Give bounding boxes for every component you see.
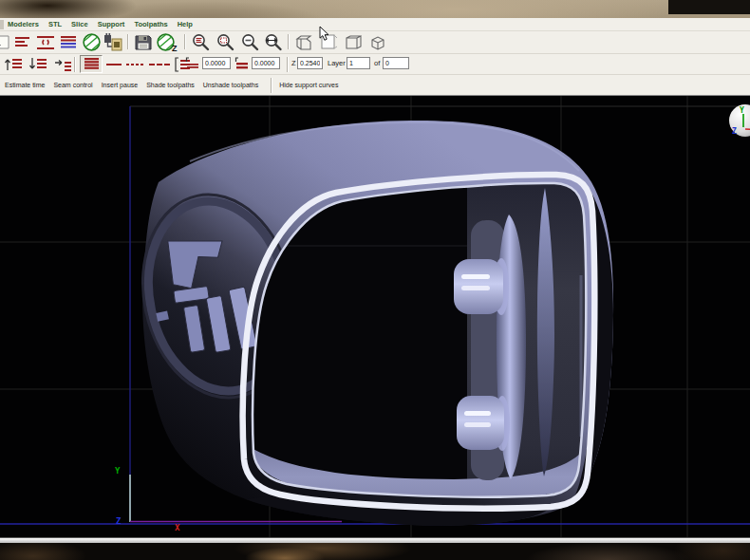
single-layer-button[interactable] bbox=[103, 55, 125, 73]
background-window-fragment bbox=[668, 0, 750, 14]
shade-toolpaths-button[interactable]: Shade toolpaths bbox=[146, 82, 195, 88]
dashed-line-icon bbox=[148, 57, 171, 71]
shade-z-button[interactable]: Z bbox=[155, 32, 178, 52]
layer-total-input[interactable] bbox=[383, 57, 409, 69]
range-start-button[interactable] bbox=[184, 55, 201, 73]
layer-up-button[interactable] bbox=[2, 55, 25, 73]
view-iso-cube-icon bbox=[368, 34, 387, 51]
zoom-out-button[interactable] bbox=[238, 32, 261, 52]
layer-right-icon bbox=[53, 56, 72, 72]
menu-slice[interactable]: Slice bbox=[71, 20, 88, 28]
range-end-input[interactable] bbox=[252, 57, 280, 69]
range-end-button[interactable] bbox=[234, 55, 251, 73]
toolpath-break-button[interactable] bbox=[34, 32, 57, 52]
shaded-sphere-icon bbox=[82, 32, 102, 52]
save-button[interactable] bbox=[132, 32, 155, 52]
menu-stl[interactable]: STL bbox=[48, 20, 62, 28]
layer-toolbar: Z Layer of bbox=[0, 54, 750, 75]
shade-model-button[interactable] bbox=[80, 32, 103, 52]
range-start-input[interactable] bbox=[202, 57, 231, 69]
z-height-input[interactable] bbox=[297, 57, 323, 69]
toolbar-separator bbox=[184, 34, 185, 49]
x-axis-label: X bbox=[175, 523, 180, 532]
model-3d[interactable] bbox=[124, 121, 613, 526]
zoom-window-button[interactable] bbox=[214, 32, 236, 52]
dotted-line-button[interactable] bbox=[124, 55, 147, 73]
menu-help[interactable]: Help bbox=[178, 20, 193, 28]
seam-control-button[interactable]: Seam control bbox=[53, 82, 92, 88]
single-layer-line-icon bbox=[105, 57, 122, 71]
action-bar: Estimate time Seam control Insert pause … bbox=[0, 75, 750, 96]
layer-down-icon bbox=[28, 56, 47, 72]
hide-support-curves-button[interactable]: Hide support curves bbox=[279, 82, 338, 88]
toolpath-break-icon bbox=[36, 35, 55, 50]
view-left-cube-icon bbox=[344, 34, 363, 51]
orientation-z-label: Z bbox=[732, 127, 737, 136]
estimate-time-button[interactable]: Estimate time bbox=[5, 82, 45, 88]
desktop-background-top bbox=[0, 0, 750, 18]
layer-label: Layer bbox=[328, 59, 346, 67]
layer-up-icon bbox=[4, 56, 23, 72]
range-end-bracket-icon bbox=[234, 57, 250, 71]
insert-pause-button[interactable]: Insert pause bbox=[102, 82, 139, 88]
toolbar-separator bbox=[127, 34, 128, 49]
peg-bottom bbox=[457, 396, 510, 451]
view-bottom-button[interactable] bbox=[292, 32, 315, 52]
view-left-button[interactable] bbox=[342, 32, 365, 52]
import-button[interactable] bbox=[102, 32, 124, 52]
y-axis-label: Y bbox=[115, 466, 121, 476]
desktop-background-bottom bbox=[0, 543, 750, 560]
layer-right-button[interactable] bbox=[51, 55, 74, 73]
viewport-canvas: Y Z X bbox=[0, 96, 750, 537]
menu-modelers[interactable]: Modelers bbox=[8, 20, 39, 28]
viewport-3d[interactable]: Y Z X bbox=[0, 96, 750, 537]
import-plug-icon bbox=[103, 33, 123, 52]
screen: Modelers STL Slice Support Toolpaths Hel… bbox=[0, 0, 750, 560]
menu-support[interactable]: Support bbox=[98, 20, 125, 28]
layer-number-input[interactable] bbox=[347, 57, 370, 69]
zoom-extents-button[interactable] bbox=[189, 32, 212, 52]
peg-top bbox=[454, 258, 509, 315]
dashed-line-button[interactable] bbox=[148, 55, 171, 73]
all-layers-block-icon bbox=[84, 57, 100, 71]
orientation-y-label: Y bbox=[740, 106, 744, 115]
z-axis-label: Z bbox=[116, 516, 122, 526]
shaded-sphere-z-icon: Z bbox=[156, 32, 178, 52]
svg-text:Z: Z bbox=[172, 44, 178, 52]
action-bar-separator bbox=[271, 78, 272, 93]
menu-toolpaths[interactable]: Toolpaths bbox=[134, 20, 167, 28]
range-start-bracket-icon bbox=[185, 57, 200, 71]
toolpath-lines-icon bbox=[14, 35, 31, 50]
z-label: Z bbox=[291, 59, 296, 67]
main-toolbar: Z bbox=[0, 31, 750, 54]
save-floppy-icon bbox=[135, 34, 152, 51]
of-label: of bbox=[374, 59, 380, 67]
menu-bar: Modelers STL Slice Support Toolpaths Hel… bbox=[0, 18, 750, 31]
unshade-toolpaths-button[interactable]: Unshade toolpaths bbox=[203, 82, 258, 88]
toolbar-separator bbox=[287, 57, 288, 72]
mouse-cursor bbox=[319, 26, 330, 42]
dotted-line-icon bbox=[125, 57, 146, 71]
zoom-out-icon bbox=[241, 33, 259, 51]
toolpath-stack-button[interactable] bbox=[57, 32, 80, 52]
toolpath-lines-button[interactable] bbox=[11, 32, 34, 52]
zoom-dynamic-icon bbox=[264, 33, 283, 51]
zoom-extents-icon bbox=[192, 33, 210, 51]
zoom-window-icon bbox=[216, 33, 234, 51]
window-edge-fragment bbox=[0, 20, 4, 29]
toolpath-red-blue-lines-icon bbox=[60, 35, 77, 50]
view-bottom-cube-icon bbox=[294, 34, 313, 51]
all-layers-button[interactable] bbox=[80, 55, 103, 73]
zoom-dynamic-button[interactable] bbox=[262, 32, 285, 52]
toolbar-separator bbox=[74, 57, 75, 72]
toolbar-separator bbox=[288, 34, 289, 49]
window-bottom-edge bbox=[0, 537, 750, 543]
view-iso-button[interactable] bbox=[366, 32, 389, 52]
layer-down-button[interactable] bbox=[27, 55, 49, 73]
